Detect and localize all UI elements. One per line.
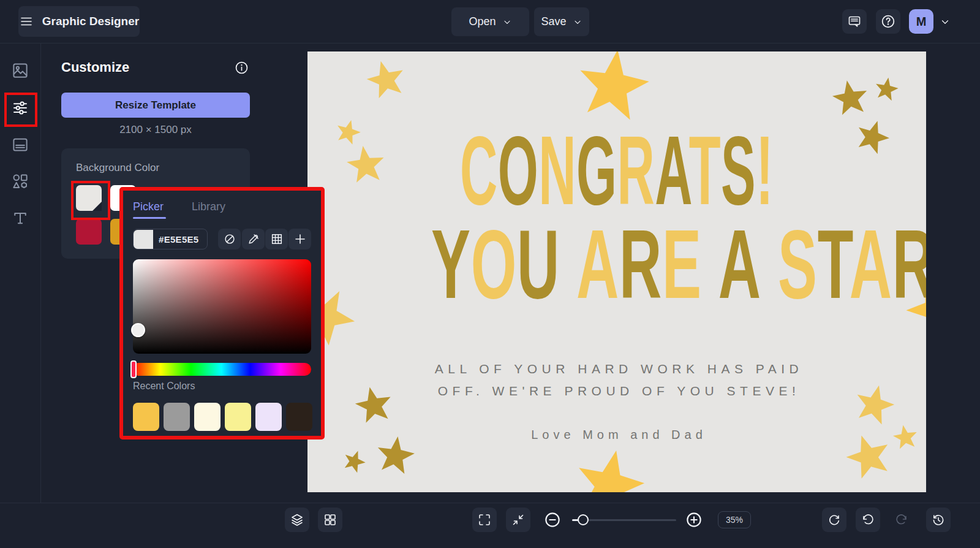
- open-button-label: Open: [469, 15, 496, 28]
- color-grid-icon: [270, 232, 284, 246]
- recent-color-swatch[interactable]: [225, 403, 251, 431]
- canvas-area: CONGRATS! YOU ARE A STAR! ALL OF YOUR HA…: [270, 43, 980, 503]
- hex-color-input[interactable]: #E5E5E5: [133, 229, 208, 249]
- help-button[interactable]: [876, 9, 900, 34]
- chevron-down-icon: [502, 17, 512, 27]
- sync-icon: [827, 512, 842, 527]
- panel-title: Customize: [61, 59, 129, 75]
- tool-rail: [0, 43, 41, 503]
- fit-screen-button[interactable]: [472, 508, 497, 532]
- sync-button[interactable]: [822, 508, 846, 532]
- templates-icon[interactable]: [11, 135, 29, 154]
- recent-color-swatch[interactable]: [194, 403, 221, 431]
- add-color-icon: [293, 232, 307, 246]
- recent-color-swatch[interactable]: [164, 403, 190, 431]
- recent-color-swatch[interactable]: [286, 403, 312, 431]
- pages-button[interactable]: [318, 508, 342, 532]
- images-icon[interactable]: [11, 61, 29, 80]
- color-picker-popup: Picker Library #E5E5E5: [119, 187, 325, 440]
- template-dimensions: 2100 × 1500 px: [61, 124, 250, 136]
- tab-library[interactable]: Library: [192, 200, 225, 213]
- hue-slider[interactable]: [132, 363, 311, 376]
- design-canvas[interactable]: CONGRATS! YOU ARE A STAR! ALL OF YOUR HA…: [307, 51, 926, 492]
- zoom-percentage[interactable]: 35%: [718, 511, 751, 528]
- fit-screen-icon: [477, 512, 492, 527]
- feedback-icon: [847, 14, 862, 29]
- open-button[interactable]: Open: [451, 7, 529, 36]
- zoom-percentage-value: 35%: [726, 515, 743, 525]
- zoom-slider-knob[interactable]: [578, 514, 589, 525]
- app-title: Graphic Designer: [42, 15, 139, 28]
- layers-icon: [290, 512, 304, 527]
- bottom-toolbar: 35%: [0, 503, 980, 548]
- body-message-line1: ALL OF YOUR HARD WORK HAS PAID: [312, 358, 926, 380]
- active-tab-underline: [133, 217, 166, 219]
- background-color-label: Background Color: [76, 162, 159, 174]
- eyedropper-icon: [247, 232, 260, 246]
- account-chevron-down-icon[interactable]: [940, 17, 951, 28]
- add-color-button[interactable]: [288, 229, 311, 249]
- history-icon: [931, 512, 946, 527]
- redo-icon[interactable]: [894, 512, 909, 527]
- eyedropper-button[interactable]: [242, 229, 265, 249]
- help-icon: [880, 13, 896, 29]
- app-window: Graphic Designer Open Save M: [0, 0, 980, 548]
- layers-button[interactable]: [285, 508, 309, 532]
- pages-icon: [323, 512, 337, 527]
- undo-button[interactable]: [856, 508, 880, 532]
- menu-icon: [19, 14, 34, 29]
- signature-text[interactable]: Love Mom and Dad: [307, 428, 926, 442]
- tab-picker[interactable]: Picker: [133, 200, 164, 213]
- adjustments-icon[interactable]: [11, 99, 29, 117]
- avatar-initial: M: [916, 15, 927, 29]
- resize-template-label: Resize Template: [115, 99, 196, 112]
- main-menu-button[interactable]: Graphic Designer: [18, 6, 140, 37]
- save-button-label: Save: [541, 15, 566, 28]
- current-color-swatch: [134, 230, 153, 249]
- body-message[interactable]: ALL OF YOUR HARD WORK HAS PAID OFF. WE'R…: [307, 358, 926, 402]
- avatar[interactable]: M: [909, 9, 933, 34]
- background-swatch-crimson[interactable]: [76, 219, 102, 245]
- resize-template-button[interactable]: Resize Template: [61, 93, 250, 118]
- zoom-out-icon[interactable]: [543, 510, 562, 530]
- headline-congrats[interactable]: CONGRATS!: [453, 121, 780, 219]
- history-button[interactable]: [926, 508, 951, 532]
- top-bar: Graphic Designer Open Save M: [0, 0, 980, 44]
- gradient-handle[interactable]: [131, 323, 145, 337]
- info-icon[interactable]: [234, 60, 249, 75]
- text-icon[interactable]: [11, 209, 29, 227]
- shrink-button[interactable]: [506, 508, 530, 532]
- shrink-icon: [511, 512, 526, 527]
- hue-slider-handle[interactable]: [130, 360, 137, 378]
- save-button[interactable]: Save: [534, 7, 589, 36]
- zoom-in-icon[interactable]: [684, 510, 704, 530]
- body-message-line2: OFF. WE'RE PROUD OF YOU STEVE!: [312, 380, 926, 402]
- feedback-button[interactable]: [842, 9, 867, 34]
- saturation-gradient[interactable]: [133, 259, 311, 354]
- recent-colors-label: Recent Colors: [133, 381, 195, 392]
- chevron-down-icon: [573, 17, 582, 27]
- recent-color-swatch[interactable]: [255, 403, 282, 431]
- background-swatch-current[interactable]: [76, 185, 102, 211]
- no-color-button[interactable]: [218, 229, 241, 249]
- recent-color-swatch[interactable]: [133, 403, 159, 431]
- headline-you-are-a-star[interactable]: YOU ARE A STAR!: [431, 215, 802, 313]
- undo-icon: [861, 512, 875, 527]
- hex-color-value: #E5E5E5: [159, 234, 198, 245]
- no-color-icon: [223, 232, 236, 246]
- shapes-icon[interactable]: [11, 172, 29, 191]
- color-grid-button[interactable]: [265, 229, 288, 249]
